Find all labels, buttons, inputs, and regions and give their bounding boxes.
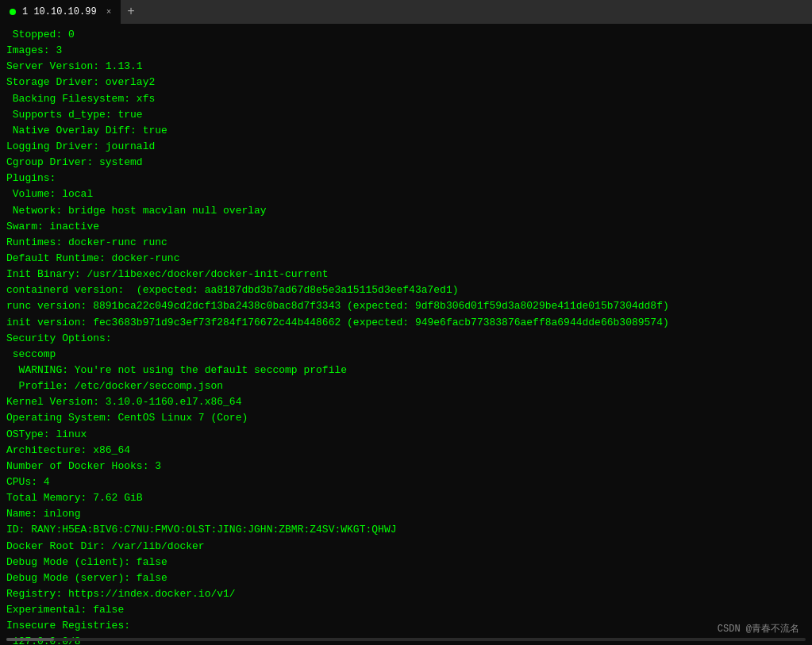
terminal-line: Debug Mode (server): false	[6, 570, 806, 586]
tab-bar: 1 10.10.10.99 × +	[0, 0, 812, 24]
terminal-line: Debug Mode (client): false	[6, 555, 806, 570]
scrollbar-track[interactable]	[6, 638, 806, 641]
tab-close-button[interactable]: ×	[106, 7, 112, 17]
terminal-line: runc version: 8891bca22c049cd2dcf13ba243…	[6, 298, 806, 314]
terminal-line: Default Runtime: docker-runc	[6, 251, 806, 267]
tab-label: 1 10.10.10.99	[22, 6, 97, 17]
terminal-line: Docker Root Dir: /var/lib/docker	[6, 539, 806, 555]
terminal-output: Stopped: 0Images: 3Server Version: 1.13.…	[6, 27, 806, 645]
terminal-line: Name: inlong	[6, 506, 806, 522]
tab-active[interactable]: 1 10.10.10.99 ×	[0, 0, 121, 24]
terminal-line: Backing Filesystem: xfs	[6, 91, 806, 107]
terminal-line: Experimental: false	[6, 602, 806, 618]
terminal-line: ID: RANY:H5EA:BIV6:C7NU:FMVO:OLST:JING:J…	[6, 522, 806, 538]
terminal-line: containerd version: (expected: aa8187dbd…	[6, 282, 806, 298]
tab-status-dot	[10, 9, 16, 15]
terminal-line: Volume: local	[6, 186, 806, 202]
terminal-line: Total Memory: 7.62 GiB	[6, 490, 806, 506]
terminal-line: Kernel Version: 3.10.0-1160.el7.x86_64	[6, 394, 806, 410]
terminal-line: Network: bridge host macvlan null overla…	[6, 203, 806, 219]
scrollbar-area[interactable]	[0, 637, 812, 642]
terminal-line: Registry: https://index.docker.io/v1/	[6, 586, 806, 602]
terminal-line: Operating System: CentOS Linux 7 (Core)	[6, 410, 806, 426]
terminal-line: Stopped: 0	[6, 27, 806, 43]
terminal-line: Architecture: x86_64	[6, 443, 806, 459]
terminal-line: Logging Driver: journald	[6, 139, 806, 155]
terminal-line: Supports d_type: true	[6, 107, 806, 123]
terminal-line: Storage Driver: overlay2	[6, 75, 806, 90]
terminal-line: CPUs: 4	[6, 474, 806, 490]
new-tab-button[interactable]: +	[121, 0, 141, 24]
terminal-line: Runtimes: docker-runc runc	[6, 235, 806, 251]
terminal-line: Init Binary: /usr/libexec/docker/docker-…	[6, 267, 806, 282]
terminal-line: OSType: linux	[6, 427, 806, 443]
watermark: CSDN @青春不流名	[718, 622, 799, 635]
terminal-line: Server Version: 1.13.1	[6, 59, 806, 75]
terminal-line: WARNING: You're not using the default se…	[6, 363, 806, 378]
terminal-line: Native Overlay Diff: true	[6, 123, 806, 139]
terminal-line: Insecure Registries:	[6, 618, 806, 634]
terminal-line: seccomp	[6, 347, 806, 363]
terminal-line: init version: fec3683b971d9c3ef73f284f17…	[6, 315, 806, 331]
terminal-line: Number of Docker Hooks: 3	[6, 459, 806, 474]
terminal-line: Security Options:	[6, 331, 806, 347]
scrollbar-thumb[interactable]	[6, 638, 54, 641]
terminal-line: Swarm: inactive	[6, 219, 806, 235]
terminal-line: Plugins:	[6, 171, 806, 186]
terminal-window: 1 10.10.10.99 × + Stopped: 0Images: 3Ser…	[0, 0, 812, 645]
terminal-line: Cgroup Driver: systemd	[6, 155, 806, 171]
terminal-content: Stopped: 0Images: 3Server Version: 1.13.…	[0, 24, 812, 645]
terminal-line: Profile: /etc/docker/seccomp.json	[6, 378, 806, 394]
terminal-line: Images: 3	[6, 43, 806, 59]
